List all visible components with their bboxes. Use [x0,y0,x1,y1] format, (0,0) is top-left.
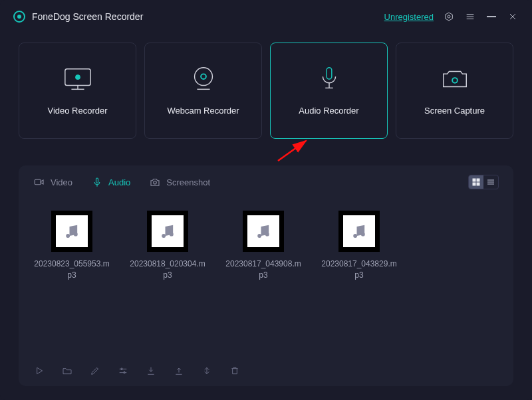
svg-point-38 [353,234,357,238]
filter-button[interactable] [117,365,129,377]
audio-icon [91,176,103,188]
webcam-icon [188,66,219,92]
svg-line-20 [278,141,306,161]
app-logo [13,11,25,23]
video-icon [33,176,45,188]
minimize-button[interactable] [485,11,497,23]
menu-icon[interactable] [464,11,476,23]
svg-rect-21 [35,179,41,185]
svg-point-1 [448,15,450,18]
title-left: FoneDog Screen Recorder [13,11,143,23]
settings-icon[interactable] [443,11,455,23]
history-panel: Video Audio Screenshot [19,165,513,386]
audio-recorder-card[interactable]: Audio Recorder [270,43,388,139]
camera-icon [440,66,470,92]
svg-point-34 [162,234,166,238]
panel-toolbar [19,358,513,377]
list-item[interactable]: 20230817_043829.mp3 [321,211,398,358]
play-button[interactable] [33,365,45,377]
svg-point-19 [453,78,457,82]
open-folder-button[interactable] [61,365,73,377]
tab-video-label: Video [51,177,72,187]
file-name: 20230818_020304.mp3 [129,258,206,281]
svg-point-24 [154,181,157,185]
microphone-icon [314,66,344,92]
convert-button[interactable] [201,365,213,377]
items-grid: 20230823_055953.mp3 20230818_020304.mp3 … [19,199,513,358]
download-button[interactable] [145,365,157,377]
video-recorder-card[interactable]: Video Recorder [19,43,136,139]
annotation-arrow [273,138,313,167]
list-item[interactable]: 20230818_020304.mp3 [129,211,206,358]
tab-video[interactable]: Video [33,176,72,188]
file-name: 20230817_043908.mp3 [225,258,302,281]
screen-capture-card[interactable]: Screen Capture [396,43,513,139]
svg-point-33 [74,233,78,237]
svg-rect-26 [477,179,479,181]
tab-audio-label: Audio [108,177,130,187]
svg-point-13 [201,74,205,78]
tab-screenshot-label: Screenshot [166,177,210,187]
svg-point-36 [257,234,261,238]
audio-thumbnail [338,211,380,252]
window: FoneDog Screen Recorder Unregistered [0,0,532,400]
view-grid-button[interactable] [469,175,483,189]
svg-marker-0 [446,13,453,21]
view-switch [468,175,499,189]
svg-point-37 [265,233,269,237]
svg-rect-25 [473,179,475,181]
audio-thumbnail [147,211,188,252]
edit-button[interactable] [89,365,101,377]
screenshot-icon [149,176,161,188]
app-title: FoneDog Screen Recorder [32,11,143,22]
monitor-icon [63,66,93,92]
audio-recorder-label: Audio Recorder [299,106,358,116]
tab-audio[interactable]: Audio [91,176,130,188]
svg-point-10 [75,74,80,80]
webcam-recorder-card[interactable]: Webcam Recorder [144,43,262,139]
audio-thumbnail [51,211,92,252]
mode-cards: Video Recorder Webcam Recorder [0,33,532,139]
svg-rect-15 [327,68,332,79]
svg-point-35 [170,233,174,237]
svg-rect-28 [477,183,479,185]
panel-header: Video Audio Screenshot [19,175,513,199]
title-right: Unregistered [384,11,519,23]
unregistered-link[interactable]: Unregistered [384,12,434,22]
share-button[interactable] [173,365,185,377]
svg-point-32 [66,234,70,238]
webcam-recorder-label: Webcam Recorder [167,106,239,116]
svg-rect-27 [473,183,475,185]
svg-marker-40 [37,367,43,373]
audio-thumbnail [243,211,284,252]
view-list-button[interactable] [483,175,498,189]
tab-screenshot[interactable]: Screenshot [149,176,210,188]
file-name: 20230817_043829.mp3 [321,258,398,281]
close-button[interactable] [507,11,519,23]
delete-button[interactable] [229,365,241,377]
list-item[interactable]: 20230817_043908.mp3 [225,211,302,358]
file-name: 20230823_055953.mp3 [33,258,110,281]
list-item[interactable]: 20230823_055953.mp3 [33,211,110,358]
screen-capture-label: Screen Capture [424,106,485,116]
history-tabs: Video Audio Screenshot [33,176,210,188]
titlebar: FoneDog Screen Recorder Unregistered [0,0,532,33]
svg-rect-22 [96,178,98,183]
video-recorder-label: Video Recorder [47,106,107,116]
svg-point-39 [361,233,365,237]
